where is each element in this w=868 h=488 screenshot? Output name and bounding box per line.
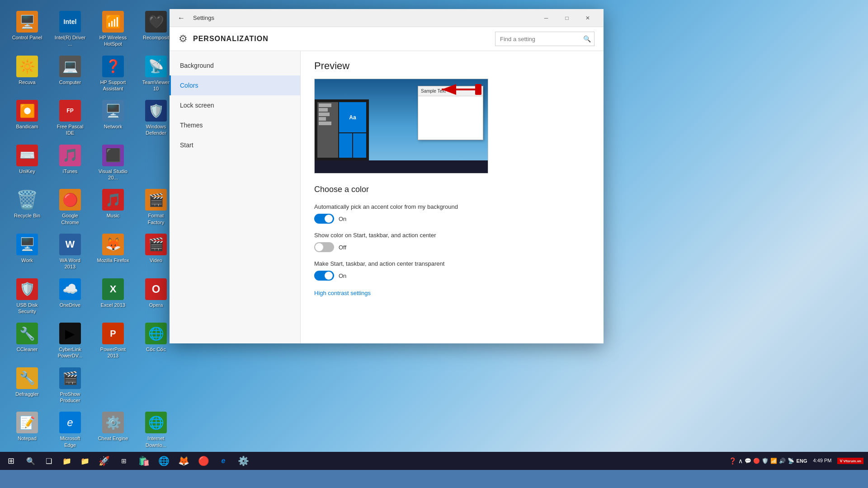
icon-internet-download[interactable]: 🌐 Internet Downlo... bbox=[138, 410, 174, 450]
icon-video[interactable]: 🎬 Video bbox=[138, 232, 174, 272]
window-controls: ─ □ ✕ bbox=[536, 11, 598, 25]
icon-label-recycle-bin: Recycle Bin bbox=[14, 212, 40, 219]
icon-visual-studio[interactable]: ⬛ Visual Studio 20... bbox=[95, 143, 131, 183]
settings-search-input[interactable] bbox=[495, 32, 594, 46]
icon-cyberlink[interactable]: ▶ CyberLink PowerDV... bbox=[52, 321, 88, 361]
taskbar-start-button[interactable]: ⊞ bbox=[0, 452, 22, 470]
icon-label-hp-wireless: HP Wireless HotSpot bbox=[97, 34, 129, 47]
window-titlebar: ← Settings ─ □ ✕ bbox=[170, 9, 604, 27]
taskbar-system-tray: ❓ ∧ 💬 🔴 🛡️ 📶 🔊 📡 ENG 4:49 PM V Vforum.vn bbox=[729, 457, 868, 465]
taskbar-folder-button[interactable]: 📁 bbox=[76, 452, 94, 470]
shield-icon[interactable]: 🛡️ bbox=[762, 458, 769, 464]
icon-label-recomposit: Recomposit bbox=[143, 34, 169, 41]
question-icon[interactable]: ❓ bbox=[729, 457, 736, 465]
icon-label-unikey: UniKey bbox=[19, 168, 35, 174]
taskbar-app-settings[interactable]: ⚙️ bbox=[233, 452, 253, 470]
icon-itunes[interactable]: 🎵 iTunes bbox=[52, 143, 88, 183]
preview-taskbar bbox=[315, 160, 488, 173]
transparent-label: Make Start, taskbar, and action center t… bbox=[314, 260, 590, 267]
icon-ccleaner[interactable]: 🔧 CCleaner bbox=[9, 321, 45, 361]
notification-icon[interactable]: 🔴 bbox=[753, 458, 760, 464]
show-color-row: Show color on Start, taskbar, and action… bbox=[314, 232, 590, 252]
icon-windows-defender[interactable]: 🛡️ Windows Defender bbox=[138, 98, 174, 138]
icon-label-mozilla-firefox: Mozilla Firefox bbox=[97, 257, 129, 263]
taskbar-file-explorer-button[interactable]: 📁 bbox=[58, 452, 76, 470]
icon-label-microsoft-edge: Microsoft Edge bbox=[54, 435, 86, 448]
icon-label-itunes: iTunes bbox=[63, 168, 78, 174]
icon-onedrive[interactable]: ☁️ OneDrive bbox=[52, 277, 88, 317]
window-maximize-button[interactable]: □ bbox=[557, 11, 577, 25]
icon-label-windows-defender: Windows Defender bbox=[140, 123, 172, 136]
icon-free-pascal[interactable]: FP Free Pascal IDE bbox=[52, 98, 88, 138]
volume-icon[interactable]: 🔊 bbox=[779, 458, 786, 464]
icon-work[interactable]: 🖥️ Work bbox=[9, 232, 45, 272]
window-back-button[interactable]: ← bbox=[175, 12, 188, 24]
preview-start-tiles: Aa bbox=[315, 99, 369, 160]
settings-main-content: Preview Sample Text bbox=[301, 51, 604, 343]
icon-intel-driver[interactable]: Intel Intel(R) Driver ... bbox=[52, 9, 88, 49]
show-color-label: Show color on Start, taskbar, and action… bbox=[314, 232, 590, 239]
icon-notepad[interactable]: 📝 Notepad bbox=[9, 410, 45, 450]
chat-icon[interactable]: 💬 bbox=[745, 458, 751, 464]
taskbar-app-firefox[interactable]: 🦊 bbox=[174, 452, 193, 470]
icon-word-2013[interactable]: W WA Word 2013 bbox=[52, 232, 88, 272]
icon-label-ccleaner: CCleaner bbox=[17, 346, 38, 352]
icon-computer[interactable]: 💻 Computer bbox=[52, 54, 88, 94]
icon-recuva[interactable]: 🔆 Recuva bbox=[9, 54, 45, 94]
nav-background[interactable]: Background bbox=[170, 56, 300, 75]
icon-format-factory[interactable]: 🎬 Format Factory bbox=[138, 187, 174, 227]
preview-window-title: Sample Text bbox=[418, 86, 483, 96]
network-icon[interactable]: 📶 bbox=[770, 458, 777, 464]
taskbar-search-button[interactable]: 🔍 bbox=[22, 452, 40, 470]
icon-label-intel-driver: Intel(R) Driver ... bbox=[54, 34, 86, 47]
taskbar-app-3[interactable]: 🛍️ bbox=[134, 452, 154, 470]
system-clock: 4:49 PM bbox=[809, 457, 835, 464]
icon-music[interactable]: 🎵 Music bbox=[95, 187, 131, 227]
icon-mozilla-firefox[interactable]: 🦊 Mozilla Firefox bbox=[95, 232, 131, 272]
show-color-state: Off bbox=[339, 244, 346, 251]
nav-lock-screen[interactable]: Lock screen bbox=[170, 95, 300, 115]
icon-cheat-engine[interactable]: ⚙️ Cheat Engine bbox=[95, 410, 131, 450]
nav-themes[interactable]: Themes bbox=[170, 115, 300, 135]
icon-excel-2013[interactable]: X Excel 2013 bbox=[95, 277, 131, 317]
icon-recycle-bin[interactable]: 🗑️ Recycle Bin bbox=[9, 187, 45, 227]
taskbar-app-edge[interactable]: e bbox=[213, 452, 233, 470]
taskbar-app-2[interactable]: ⊞ bbox=[114, 452, 134, 470]
icon-label-google-chrome: Google Chrome bbox=[54, 212, 86, 225]
icon-unikey[interactable]: ⌨️ UniKey bbox=[9, 143, 45, 183]
taskbar-taskview-button[interactable]: ❑ bbox=[40, 452, 58, 470]
auto-pick-row: Automatically pick an accent color from … bbox=[314, 203, 590, 224]
wifi-icon[interactable]: 📡 bbox=[788, 458, 794, 464]
window-minimize-button[interactable]: ─ bbox=[536, 11, 557, 25]
icon-network[interactable]: 🖥️ Network bbox=[95, 98, 131, 138]
icon-hp-wireless[interactable]: 📶 HP Wireless HotSpot bbox=[95, 9, 131, 49]
nav-colors[interactable]: Colors bbox=[170, 75, 300, 95]
icon-google-chrome[interactable]: 🔴 Google Chrome bbox=[52, 187, 88, 227]
icon-control-panel[interactable]: 🖥️ Control Panel bbox=[9, 9, 45, 49]
icon-microsoft-edge[interactable]: e Microsoft Edge bbox=[52, 410, 88, 450]
transparent-toggle[interactable] bbox=[314, 271, 334, 281]
icon-teamviewer[interactable]: 📡 TeamViewer 10 bbox=[138, 54, 174, 94]
icon-recomposit[interactable]: 🖤 Recomposit bbox=[138, 9, 174, 49]
icon-defraggler[interactable]: 🔧 Defraggler bbox=[9, 366, 45, 406]
system-icons: ❓ ∧ 💬 🔴 🛡️ 📶 🔊 📡 bbox=[729, 457, 794, 465]
window-close-button[interactable]: ✕ bbox=[577, 11, 598, 25]
icon-proshow[interactable]: 🎬 ProShow Producer bbox=[52, 366, 88, 406]
taskbar-app-chrome[interactable]: 🌐 bbox=[154, 452, 174, 470]
taskbar-app-chrome2[interactable]: 🔴 bbox=[193, 452, 213, 470]
toggle-thumb-auto-pick bbox=[325, 215, 333, 223]
language-indicator[interactable]: ENG bbox=[797, 458, 807, 464]
icon-hp-support[interactable]: ❓ HP Support Assistant bbox=[95, 54, 131, 94]
high-contrast-link[interactable]: High contrast settings bbox=[314, 290, 371, 296]
chevron-up-icon[interactable]: ∧ bbox=[738, 457, 743, 465]
icon-bandicam[interactable]: ⏺️ Bandicam bbox=[9, 98, 45, 138]
icon-opera[interactable]: O Opera bbox=[138, 277, 174, 317]
show-color-toggle[interactable] bbox=[314, 242, 334, 252]
auto-pick-toggle[interactable] bbox=[314, 214, 334, 224]
nav-start[interactable]: Start bbox=[170, 135, 300, 155]
taskbar-app-1[interactable]: 🚀 bbox=[94, 452, 114, 470]
icon-usb-disk[interactable]: 🛡️ USB Disk Security bbox=[9, 277, 45, 317]
icon-powerpoint[interactable]: P PowerPoint 2013 bbox=[95, 321, 131, 361]
transparent-row: Make Start, taskbar, and action center t… bbox=[314, 260, 590, 281]
icon-coc-coc[interactable]: 🌐 Cốc Cốc bbox=[138, 321, 174, 361]
